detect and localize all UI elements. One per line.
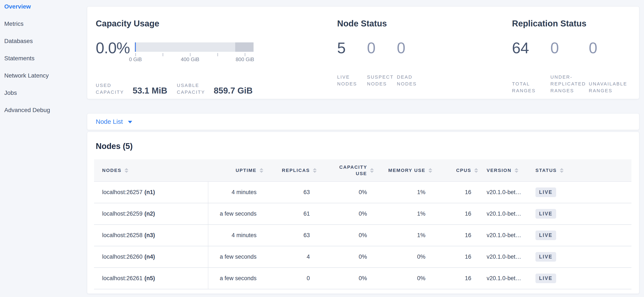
sort-icon	[124, 168, 128, 173]
sidebar-item-jobs[interactable]: Jobs	[0, 87, 84, 104]
usable-capacity-label: USABLE CAPACITY	[177, 82, 210, 96]
capacity-use-cell: 0%	[317, 182, 374, 203]
cluster-overview-card: Capacity Usage 0.0%	[87, 6, 639, 99]
node-address-link[interactable]: localhost:26261	[102, 275, 142, 282]
total-ranges-label: TOTAL RANGES	[512, 80, 548, 94]
suspect-nodes-value: 0	[367, 40, 397, 56]
table-row: localhost:26258(n3) 4 minutes 63 0% 1% 1…	[94, 225, 632, 246]
column-header-memory-use[interactable]: MEMORY USE	[374, 159, 432, 182]
live-nodes-value: 5	[337, 40, 367, 56]
capacity-gauge-axis-labels: 0 GiB 400 GiB 800 GiB	[134, 56, 254, 63]
sidebar-item-network-latency[interactable]: Network Latency	[0, 69, 84, 87]
node-address-link[interactable]: localhost:26259	[102, 211, 142, 217]
node-list-bar: Node List	[87, 113, 639, 130]
capacity-stats-row: USED CAPACITY 53.1 MiB USABLE CAPACITY 8…	[96, 82, 337, 96]
sidebar-item-advanced-debug[interactable]: Advanced Debug	[0, 104, 84, 121]
node-list-dropdown[interactable]: Node List	[96, 118, 132, 125]
column-header-capacity-use[interactable]: CAPACITY USE	[317, 159, 374, 182]
node-name-cell: localhost:26258(n3)	[94, 225, 208, 246]
memory-use-cell: 1%	[374, 225, 432, 246]
uptime-cell: 4 minutes	[208, 182, 263, 203]
replication-status-title: Replication Status	[512, 18, 639, 28]
table-header-row: NODES UPTIME REPLICAS CAPACITY USE MEMOR…	[94, 159, 632, 182]
used-capacity-value: 53.1 MiB	[133, 86, 167, 95]
replication-values: 64 0 0	[512, 40, 639, 56]
node-address-link[interactable]: localhost:26258	[102, 232, 142, 238]
dead-nodes-label: DEAD NODES	[397, 74, 424, 87]
status-cell: LIVE	[533, 268, 632, 289]
node-name-cell: localhost:26260(n4)	[94, 246, 208, 268]
node-status-values: 5 0 0	[337, 40, 512, 56]
node-list-dropdown-label[interactable]: Node List	[96, 118, 123, 125]
status-cell: LIVE	[533, 225, 632, 246]
status-cell: LIVE	[533, 182, 632, 203]
main-content: Capacity Usage 0.0%	[87, 6, 639, 294]
version-cell: v20.1.0-bet…	[478, 268, 533, 289]
replication-labels: TOTAL RANGES UNDER-REPLICATED RANGES UNA…	[512, 74, 639, 94]
capacity-gauge-bar	[134, 42, 254, 52]
column-header-status[interactable]: STATUS	[533, 159, 632, 182]
sidebar-nav: Overview Metrics Databases Statements Ne…	[0, 0, 84, 121]
sort-icon	[260, 168, 263, 173]
used-capacity-label: USED CAPACITY	[96, 82, 129, 96]
column-header-uptime[interactable]: UPTIME	[208, 159, 263, 182]
chevron-down-icon	[128, 121, 132, 123]
table-row: localhost:26259(n2) a few seconds 61 0% …	[94, 203, 632, 225]
uptime-cell: a few seconds	[208, 203, 263, 225]
status-badge: LIVE	[536, 274, 556, 283]
sidebar-item-databases[interactable]: Databases	[0, 35, 84, 52]
column-header-version[interactable]: VERSION	[478, 159, 533, 182]
column-header-cpus[interactable]: CPUS	[432, 159, 478, 182]
status-badge: LIVE	[536, 231, 556, 240]
sort-icon	[428, 168, 432, 173]
node-name-cell: localhost:26259(n2)	[94, 203, 208, 225]
capacity-use-cell: 0%	[317, 225, 374, 246]
replicas-cell: 63	[263, 182, 317, 203]
unavailable-ranges-value: 0	[589, 40, 627, 56]
usable-capacity-value: 859.7 GiB	[214, 86, 252, 95]
column-header-replicas[interactable]: REPLICAS	[263, 159, 317, 182]
cpus-cell: 16	[432, 268, 478, 289]
sort-icon	[474, 168, 478, 173]
table-row: localhost:26257(n1) 4 minutes 63 0% 1% 1…	[94, 182, 632, 203]
replicas-cell: 0	[263, 268, 317, 289]
capacity-gauge: 0 GiB 400 GiB 800 GiB	[134, 42, 254, 63]
dead-nodes-value: 0	[397, 40, 427, 56]
uptime-cell: 4 minutes	[208, 225, 263, 246]
cpus-cell: 16	[432, 203, 478, 225]
sidebar-item-metrics[interactable]: Metrics	[0, 18, 84, 35]
gauge-label-max: 800 GiB	[236, 56, 254, 62]
sort-icon	[514, 168, 518, 173]
memory-use-cell: 0%	[374, 246, 432, 268]
status-badge: LIVE	[536, 209, 556, 219]
node-address-link[interactable]: localhost:26260	[102, 254, 142, 260]
node-address-link[interactable]: localhost:26257	[102, 189, 142, 195]
sidebar-item-overview[interactable]: Overview	[0, 0, 84, 18]
capacity-gauge-dark-segment	[235, 42, 254, 52]
cpus-cell: 16	[432, 182, 478, 203]
sort-icon	[370, 168, 374, 173]
capacity-usage-title: Capacity Usage	[96, 18, 337, 28]
gauge-label-min: 0 GiB	[129, 56, 142, 62]
table-row: localhost:26261(n5) a few seconds 0 0% 0…	[94, 268, 632, 289]
version-cell: v20.1.0-bet…	[478, 246, 533, 268]
unavailable-ranges-label: UNAVAILABLE RANGES	[589, 80, 624, 94]
column-header-nodes[interactable]: NODES	[94, 159, 208, 182]
capacity-gauge-used-marker	[135, 42, 136, 52]
capacity-gauge-ticks	[134, 52, 254, 56]
capacity-used-percent: 0.0%	[96, 40, 130, 56]
live-nodes-label: LIVE NODES	[337, 74, 364, 87]
capacity-use-cell: 0%	[317, 203, 374, 225]
node-name-cell: localhost:26261(n5)	[94, 268, 208, 289]
uptime-cell: a few seconds	[208, 246, 263, 268]
node-id: (n4)	[144, 254, 155, 260]
status-badge: LIVE	[536, 188, 556, 197]
nodes-table-title: Nodes (5)	[96, 142, 631, 151]
node-status-section: Node Status 5 0 0 LIVE NODES SUSPECT NOD…	[337, 18, 512, 99]
sidebar-item-statements[interactable]: Statements	[0, 52, 84, 69]
under-replicated-ranges-value: 0	[550, 40, 589, 56]
memory-use-cell: 1%	[374, 182, 432, 203]
uptime-cell: a few seconds	[208, 268, 263, 289]
version-cell: v20.1.0-bet…	[478, 182, 533, 203]
node-status-title: Node Status	[337, 18, 512, 28]
